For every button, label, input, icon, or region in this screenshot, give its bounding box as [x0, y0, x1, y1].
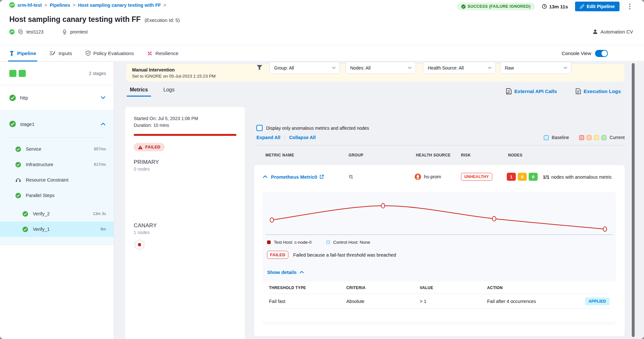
tab-logs[interactable]: Logs: [163, 87, 175, 97]
tab-policy-evaluations-label: Policy Evaluations: [93, 51, 134, 56]
show-details-link[interactable]: Show details: [267, 269, 304, 275]
resource-constraint-icon: [15, 178, 21, 182]
service-name[interactable]: test1123: [26, 29, 43, 34]
metric-health-source-value: hs-prom: [424, 174, 441, 179]
threshold-table-header: THRESHOLD TYPE CRITERIA VALUE ACTION: [269, 282, 610, 294]
step-verify-2[interactable]: Verify_2 13m 3s: [0, 206, 114, 221]
header-actions: SUCCESS (FAILURE IGNORED) 13m 11s Edit P…: [457, 2, 633, 11]
healthy-node-count: 0: [529, 173, 538, 181]
applied-badge: APPLIED: [585, 297, 610, 305]
detail-tabs: Metrics Logs: [130, 87, 175, 97]
inputs-icon: [50, 51, 55, 56]
tab-pipeline[interactable]: Pipeline: [9, 45, 36, 61]
canary-node-hexagon[interactable]: [134, 239, 145, 250]
threshold-table: THRESHOLD TYPE CRITERIA VALUE ACTION Fai…: [263, 282, 616, 322]
user-icon: [592, 29, 598, 34]
step-duration: 857ms: [94, 147, 106, 151]
external-link-icon: [320, 175, 324, 179]
tab-pipeline-label: Pipeline: [17, 51, 36, 56]
threshold-action-cell: Fail after 4 occurrences APPLIED: [487, 297, 610, 305]
threshold-value: > 1: [420, 299, 487, 304]
breadcrumb-pipelines[interactable]: Pipelines: [50, 3, 70, 8]
metric-name-link[interactable]: Prometheus Metric0: [271, 174, 324, 180]
step-label: Service: [26, 146, 41, 152]
chevron-up-icon: [300, 271, 304, 274]
vertical-scrollbar[interactable]: [632, 63, 635, 337]
step-resource-constraint[interactable]: Resource Constraint: [0, 172, 114, 188]
tab-resilience[interactable]: Resilience: [147, 45, 178, 61]
group-filter-dropdown[interactable]: Group: All: [269, 62, 340, 74]
nodes-filter-dropdown[interactable]: Nodes: All: [345, 62, 416, 74]
stage-square-icon: [19, 70, 26, 77]
control-host-swatch: [326, 240, 330, 244]
step-service[interactable]: Service 857ms: [0, 141, 114, 157]
verification-failed-badge: FAILED: [134, 143, 165, 151]
stages-sidebar: 2 stages http stage1 Service 857ms: [0, 62, 114, 339]
more-options-menu[interactable]: [627, 2, 633, 11]
breadcrumb-separator: >: [44, 3, 47, 8]
sidebar-stage-stage1[interactable]: stage1: [0, 110, 114, 137]
failure-message: Failed because a fail-fast threshold was…: [293, 252, 396, 258]
harness-service-icon: [9, 29, 14, 34]
col-nodes: NODES: [508, 153, 523, 157]
tab-inputs[interactable]: Inputs: [50, 45, 72, 61]
health-source-filter-value: Health Source: All: [428, 65, 464, 71]
baseline-legend-label: Baseline: [552, 135, 569, 140]
breadcrumb-pipeline-name[interactable]: Host sampling canary testing with FF: [78, 3, 161, 8]
tab-policy-evaluations[interactable]: Policy Evaluations: [86, 45, 134, 61]
chevron-down-icon: [332, 67, 336, 69]
breadcrumb-project[interactable]: srm-hf-test: [17, 3, 42, 8]
warning-node-count: 0: [518, 173, 527, 181]
triggered-by: Automation CV: [592, 29, 633, 34]
collapse-metric-chevron-up-icon[interactable]: [263, 175, 267, 178]
nav-tabbar: Pipeline Inputs Policy Evaluations Resil…: [0, 45, 644, 61]
success-check-icon: [23, 227, 28, 232]
environment-name[interactable]: promtest: [70, 29, 88, 34]
metric-health-source: hs-prom: [415, 174, 441, 180]
divider: [254, 145, 625, 146]
step-verify-1[interactable]: Verify_1 9m: [0, 221, 114, 237]
baseline-swatch: [544, 135, 549, 140]
metrics-table-header: METRIC NAME GROUP HEALTH SOURCE RISK NOD…: [254, 153, 625, 159]
metric-row: Prometheus Metric0 f1 hs-prom UNHEALTHY …: [254, 165, 625, 188]
breadcrumb-separator: >: [73, 3, 75, 8]
metric-card: Prometheus Metric0 f1 hs-prom UNHEALTHY …: [254, 165, 625, 336]
chevron-up-icon[interactable]: [101, 123, 105, 126]
group-filter-value: Group: All: [274, 65, 294, 71]
pipeline-icon: [9, 51, 14, 56]
collapse-all-link[interactable]: Collapse All: [289, 135, 315, 140]
console-view-toggle[interactable]: [595, 50, 608, 57]
current-swatch-green: [601, 135, 606, 140]
chevron-down-icon: [408, 67, 412, 69]
data-type-dropdown[interactable]: Raw: [500, 62, 572, 74]
health-source-filter-dropdown[interactable]: Health Source: All: [423, 62, 496, 74]
status-badge: SUCCESS (FAILURE IGNORED): [457, 3, 535, 10]
col-action: ACTION: [487, 286, 610, 290]
metric-name-text: Prometheus Metric0: [271, 174, 317, 180]
clock-icon: [542, 4, 547, 9]
col-threshold-type: THRESHOLD TYPE: [269, 286, 346, 290]
step-infrastructure[interactable]: Infrastructure 617ms: [0, 157, 114, 172]
triggered-by-name: Automation CV: [601, 29, 633, 34]
show-details-label: Show details: [267, 269, 297, 275]
step-label: Parallel Steps: [26, 193, 54, 198]
console-view-label: Console View: [562, 51, 591, 56]
expand-all-link[interactable]: Expand All: [256, 135, 280, 140]
step-label: Resource Constraint: [26, 177, 68, 183]
chevron-down-icon[interactable]: [101, 96, 105, 99]
canary-group-label: CANARY: [134, 222, 236, 229]
threshold-criteria-value: Absolute: [346, 299, 420, 304]
tab-metrics[interactable]: Metrics: [130, 87, 148, 97]
chart-color-legend: Baseline Current: [544, 135, 625, 140]
metrics-analysis-panel: Group: All Nodes: All Health Source: All…: [254, 62, 625, 339]
metric-chart: [264, 194, 614, 237]
primary-node-count: 0 nodes: [134, 166, 236, 172]
step-parallel-steps[interactable]: Parallel Steps: [0, 188, 114, 203]
current-swatch-orange: [587, 135, 591, 140]
pipeline-execution-page: srm-hf-test > Pipelines > Host sampling …: [0, 0, 644, 339]
anomalous-checkbox[interactable]: [256, 125, 263, 131]
edit-pipeline-button[interactable]: Edit Pipeline: [575, 2, 620, 11]
execution-duration-value: 13m 11s: [549, 4, 568, 9]
sidebar-stage-http[interactable]: http: [0, 85, 114, 110]
test-host-label: Test Host: c-node-0: [274, 240, 312, 245]
